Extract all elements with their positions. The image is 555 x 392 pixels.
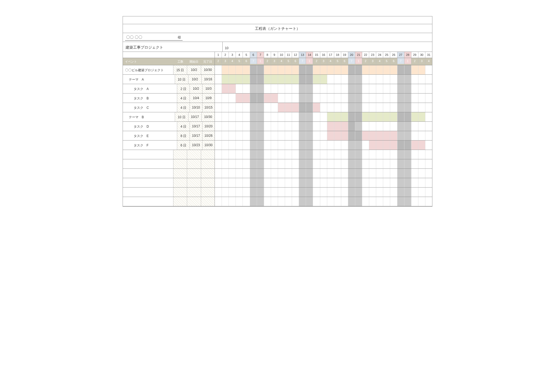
gantt-cell <box>369 178 376 187</box>
row-end <box>201 188 215 197</box>
row-days: 15 日 <box>173 65 187 74</box>
gantt-cell <box>390 169 397 178</box>
gantt-cell <box>411 188 418 197</box>
dow-cell: 2 <box>313 58 320 64</box>
gantt-cell <box>292 178 299 187</box>
row-name: タスク F <box>123 141 177 150</box>
gantt-cell <box>292 150 299 159</box>
gantt-cell <box>299 178 306 187</box>
gantt-cell <box>404 93 411 103</box>
row-start: 10/10 <box>190 103 202 112</box>
gantt-cell <box>383 112 390 121</box>
date-cell: 14 <box>306 52 313 58</box>
gantt-cell <box>257 84 264 93</box>
row-name: タスク B <box>123 93 177 103</box>
gantt-cell <box>348 197 355 206</box>
gantt-cell <box>376 65 383 74</box>
row-start: 10/17 <box>188 112 202 121</box>
gantt-cell <box>264 188 271 197</box>
gantt-cell <box>390 75 397 84</box>
gantt-cell <box>292 131 299 140</box>
gantt-cell <box>236 75 243 84</box>
gantt-cell <box>425 84 432 93</box>
gantt-cell <box>348 112 355 121</box>
dow-cell: 7 <box>250 58 257 64</box>
row-end: 10/16 <box>202 75 215 84</box>
gantt-cell <box>271 197 278 206</box>
gantt-cell <box>390 141 397 150</box>
gantt-cell <box>425 150 432 159</box>
gantt-cell <box>348 150 355 159</box>
gantt-cell <box>418 159 425 168</box>
gantt-cell <box>306 131 313 140</box>
gantt-cell <box>390 197 397 206</box>
gantt-cell <box>243 65 250 74</box>
gantt-cell <box>334 169 341 178</box>
date-cell: 8 <box>264 52 271 58</box>
gantt-cell <box>348 103 355 112</box>
gantt-cell <box>257 197 264 206</box>
gantt-cell <box>341 122 348 131</box>
gantt-cell <box>285 197 292 206</box>
gantt-cell <box>348 159 355 168</box>
row-start: 10/2 <box>190 84 202 93</box>
gantt-cell <box>285 65 292 74</box>
gantt-cell <box>243 141 250 150</box>
gantt-cell <box>369 93 376 103</box>
gantt-cell <box>215 169 222 178</box>
gantt-cell <box>306 188 313 197</box>
gantt-cell <box>278 169 285 178</box>
project-row: 建築工事プロジェクト 10 <box>123 42 432 52</box>
gantt-cell <box>348 131 355 140</box>
gantt-cell <box>278 159 285 168</box>
gantt-cell <box>299 103 306 112</box>
dow-cell: 5 <box>236 58 243 64</box>
gantt-cell <box>292 159 299 168</box>
gantt-cell <box>222 188 229 197</box>
gantt-cell <box>369 75 376 84</box>
gantt-cell <box>383 122 390 131</box>
gantt-cell <box>271 103 278 112</box>
row-days: 6 日 <box>177 141 190 150</box>
gantt-cell <box>341 112 348 121</box>
gantt-cell <box>257 188 264 197</box>
gantt-cell <box>425 159 432 168</box>
row-name <box>123 159 173 168</box>
gantt-cell <box>264 197 271 206</box>
dow-numbers: 2345671234567123456712345671234 <box>215 58 432 65</box>
date-header: 1234567891011121314151617181920212223242… <box>123 52 432 58</box>
client-suffix: 様 <box>176 35 183 41</box>
gantt-cell <box>271 141 278 150</box>
gantt-cell <box>215 65 222 74</box>
col-start: 開始日 <box>187 58 201 65</box>
date-cell: 23 <box>369 52 376 58</box>
gantt-cell <box>390 159 397 168</box>
gantt-cell <box>278 93 285 103</box>
project-name: 建築工事プロジェクト <box>123 42 223 52</box>
gantt-cell <box>320 141 327 150</box>
gantt-cell <box>390 178 397 187</box>
gantt-cell <box>376 93 383 103</box>
gantt-cell <box>320 112 327 121</box>
gantt-cell <box>264 141 271 150</box>
gantt-cell <box>278 141 285 150</box>
gantt-cell <box>320 150 327 159</box>
gantt-cell <box>334 178 341 187</box>
gantt-cell <box>411 159 418 168</box>
row-name <box>123 150 173 159</box>
gantt-cell <box>411 84 418 93</box>
dow-cell: 4 <box>425 58 432 64</box>
dow-cell: 7 <box>299 58 306 64</box>
gantt-cell <box>250 112 257 121</box>
gantt-cell <box>285 141 292 150</box>
gantt-cell <box>334 84 341 93</box>
gantt-row <box>123 150 432 159</box>
dow-cell: 6 <box>390 58 397 64</box>
gantt-cell <box>236 112 243 121</box>
gantt-cell <box>250 84 257 93</box>
row-end <box>201 169 215 178</box>
gantt-cell <box>299 65 306 74</box>
row-end <box>201 159 215 168</box>
gantt-cell <box>334 141 341 150</box>
gantt-cell <box>215 103 222 112</box>
